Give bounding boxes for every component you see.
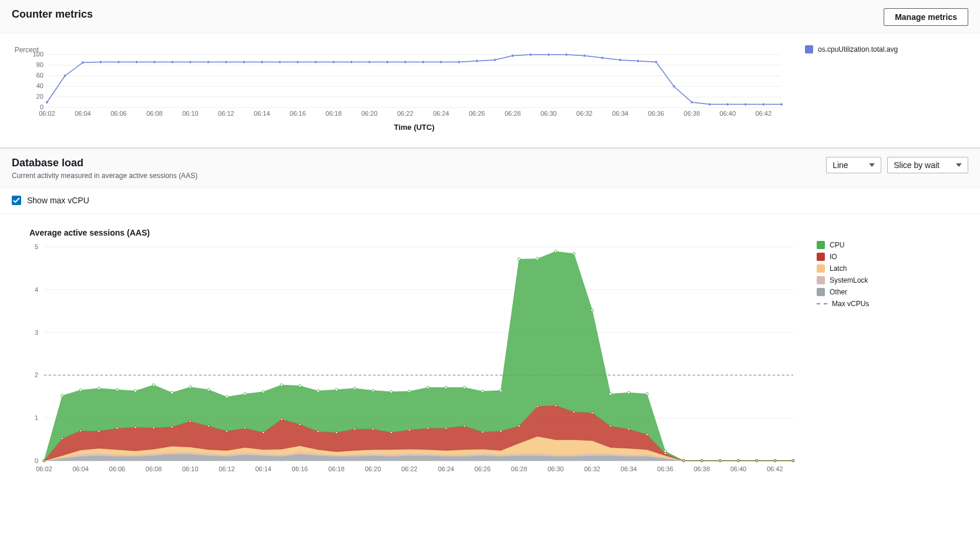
legend-label: SystemLock bbox=[830, 276, 868, 284]
svg-text:06:28: 06:28 bbox=[511, 465, 528, 472]
svg-point-151 bbox=[390, 431, 392, 434]
svg-text:06:02: 06:02 bbox=[36, 465, 52, 472]
svg-point-163 bbox=[609, 425, 612, 427]
svg-point-62 bbox=[529, 53, 532, 56]
dbload-legend-item: Latch bbox=[817, 264, 869, 273]
svg-point-164 bbox=[627, 428, 630, 430]
svg-text:2: 2 bbox=[35, 371, 38, 378]
svg-text:06:40: 06:40 bbox=[730, 465, 747, 472]
svg-point-56 bbox=[422, 61, 424, 63]
svg-point-144 bbox=[262, 431, 264, 434]
svg-point-160 bbox=[555, 404, 557, 407]
svg-point-74 bbox=[744, 103, 747, 105]
show-max-vcpu-label: Show max vCPU bbox=[27, 196, 89, 205]
svg-point-121 bbox=[609, 393, 612, 395]
svg-point-132 bbox=[43, 459, 45, 462]
dbload-chart-pane: Average active sessions (AAS) 01234506:0… bbox=[0, 214, 980, 488]
svg-point-111 bbox=[427, 386, 429, 388]
dbload-legend-item: CPU bbox=[817, 241, 869, 249]
svg-point-153 bbox=[427, 427, 429, 430]
svg-point-43 bbox=[189, 61, 192, 63]
svg-point-169 bbox=[719, 459, 721, 462]
svg-point-114 bbox=[481, 390, 484, 393]
svg-text:06:16: 06:16 bbox=[292, 465, 308, 472]
legend-dashed-line-icon bbox=[817, 303, 827, 304]
legend-swatch bbox=[817, 276, 825, 284]
svg-point-92 bbox=[79, 389, 82, 391]
svg-point-172 bbox=[774, 459, 776, 462]
svg-text:3: 3 bbox=[35, 329, 38, 336]
show-max-vcpu-checkbox[interactable] bbox=[12, 196, 21, 205]
svg-point-161 bbox=[573, 411, 575, 413]
dbload-subtitle: Current activity measured in average act… bbox=[12, 172, 197, 180]
svg-point-171 bbox=[756, 459, 758, 462]
svg-point-69 bbox=[655, 61, 657, 63]
dbload-legend-item: IO bbox=[817, 253, 869, 261]
svg-point-42 bbox=[171, 61, 173, 63]
svg-point-157 bbox=[500, 430, 502, 432]
svg-text:4: 4 bbox=[35, 286, 38, 293]
svg-text:06:24: 06:24 bbox=[433, 110, 449, 117]
svg-point-150 bbox=[372, 428, 374, 430]
svg-point-142 bbox=[226, 430, 228, 432]
svg-point-146 bbox=[299, 423, 301, 425]
svg-text:06:16: 06:16 bbox=[290, 110, 306, 117]
svg-text:06:38: 06:38 bbox=[694, 465, 710, 472]
svg-point-137 bbox=[135, 426, 137, 428]
legend-swatch bbox=[805, 45, 813, 53]
svg-point-152 bbox=[408, 429, 411, 431]
dbload-section-header: Database load Current activity measured … bbox=[0, 148, 980, 187]
svg-point-98 bbox=[189, 386, 192, 388]
svg-text:06:40: 06:40 bbox=[720, 110, 736, 117]
svg-text:5: 5 bbox=[35, 243, 38, 250]
slice-by-dropdown[interactable]: Slice by wait bbox=[887, 157, 968, 173]
svg-point-101 bbox=[244, 393, 246, 395]
svg-point-97 bbox=[170, 391, 173, 394]
svg-point-55 bbox=[404, 61, 407, 63]
svg-text:1: 1 bbox=[35, 414, 38, 421]
legend-label: Latch bbox=[830, 264, 847, 273]
svg-point-141 bbox=[207, 425, 210, 427]
chart-type-value: Line bbox=[833, 160, 848, 170]
legend-swatch bbox=[817, 288, 825, 296]
slice-by-value: Slice by wait bbox=[894, 160, 939, 170]
svg-point-53 bbox=[368, 61, 371, 63]
svg-text:06:20: 06:20 bbox=[361, 110, 378, 117]
chevron-down-icon bbox=[956, 163, 962, 167]
svg-text:06:02: 06:02 bbox=[39, 110, 55, 117]
svg-point-134 bbox=[79, 430, 82, 432]
svg-point-54 bbox=[386, 61, 388, 63]
svg-text:06:04: 06:04 bbox=[72, 465, 89, 472]
svg-point-100 bbox=[226, 395, 228, 398]
svg-point-96 bbox=[152, 384, 155, 386]
svg-text:06:32: 06:32 bbox=[584, 465, 600, 472]
svg-text:06:20: 06:20 bbox=[365, 465, 381, 472]
svg-point-105 bbox=[317, 390, 319, 392]
svg-point-37 bbox=[82, 61, 84, 63]
svg-point-50 bbox=[314, 61, 317, 63]
svg-text:40: 40 bbox=[36, 82, 43, 89]
svg-point-116 bbox=[518, 258, 520, 260]
svg-text:06:28: 06:28 bbox=[505, 110, 521, 117]
manage-metrics-button[interactable]: Manage metrics bbox=[884, 8, 968, 26]
svg-point-104 bbox=[298, 384, 301, 387]
svg-point-75 bbox=[762, 103, 764, 105]
svg-point-154 bbox=[445, 427, 447, 430]
svg-point-67 bbox=[619, 59, 621, 61]
counter-chart: Percent02040608010006:0206:0406:0606:080… bbox=[12, 45, 787, 133]
svg-text:06:10: 06:10 bbox=[182, 110, 199, 117]
svg-text:06:42: 06:42 bbox=[756, 110, 772, 117]
svg-point-61 bbox=[511, 55, 514, 57]
svg-point-168 bbox=[701, 459, 703, 462]
dbload-controls: Show max vCPU bbox=[0, 187, 980, 214]
svg-point-133 bbox=[61, 437, 63, 440]
svg-point-118 bbox=[555, 250, 557, 253]
chart-type-dropdown[interactable]: Line bbox=[826, 157, 881, 173]
svg-text:06:36: 06:36 bbox=[648, 110, 664, 117]
svg-point-145 bbox=[280, 418, 283, 421]
svg-point-170 bbox=[737, 459, 740, 462]
svg-point-165 bbox=[646, 434, 648, 436]
svg-text:06:18: 06:18 bbox=[325, 110, 342, 117]
svg-point-149 bbox=[354, 428, 356, 430]
svg-text:06:06: 06:06 bbox=[109, 465, 126, 472]
